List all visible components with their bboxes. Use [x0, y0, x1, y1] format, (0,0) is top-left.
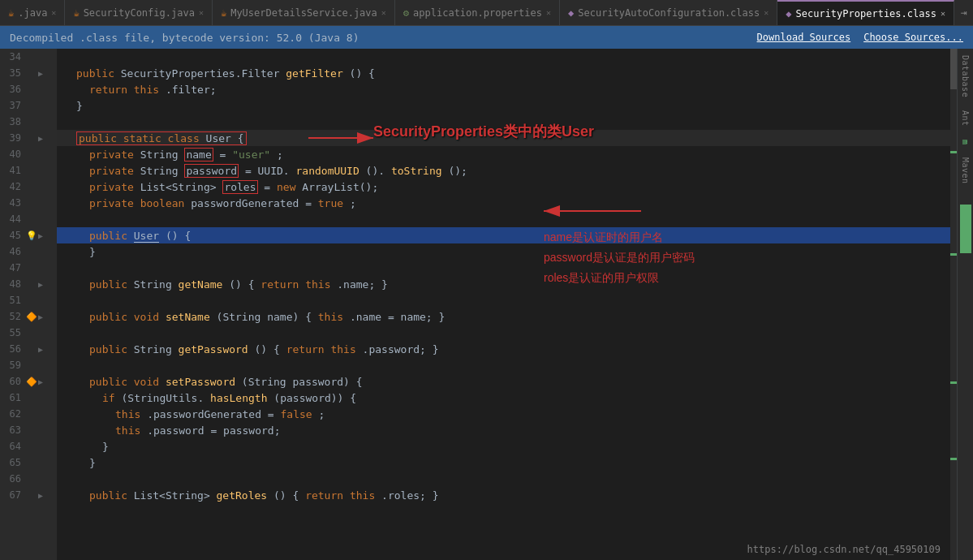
gutter-row-38: 38 [0, 114, 57, 130]
code-line-48: public String getName () { return this .… [57, 276, 957, 292]
info-message: Decompiled .class file, bytecode version… [10, 32, 359, 44]
gutter-row-64: 64 [0, 438, 57, 454]
code-line-60: public void setPassword (String password… [57, 373, 957, 390]
gutter-row-45: 45💡▶ [0, 227, 57, 243]
gutter-row-34: 34 [0, 49, 57, 65]
gutter-row-59: 59 [0, 357, 57, 373]
tab-myuserdetails[interactable]: ☕ MyUserDetailsService.java ✕ [213, 0, 395, 26]
code-line-64-content: } [63, 441, 109, 453]
gutter-row-48: 48▶ [0, 276, 57, 292]
gutter-row-40: 40 [0, 146, 57, 162]
code-line-42: private List<String> roles = new ArrayLi… [57, 179, 957, 195]
code-line-37: } [57, 97, 957, 114]
code-line-61-content: if (StringUtils. hasLength (password)) { [63, 392, 356, 404]
panel-database[interactable]: Database [961, 55, 970, 97]
code-content: public SecurityProperties.Filter getFilt… [57, 49, 957, 560]
code-line-52-content: public void setName (String name) { this… [63, 311, 445, 323]
gutter-row-66: 66 [0, 471, 57, 487]
gutter-row-60: 60🔶▶ [0, 373, 57, 390]
tab-securityconfig-label: SecurityConfig.java [84, 7, 195, 19]
gutter-row-65: 65 [0, 454, 57, 471]
gutter-row-52: 52🔶▶ [0, 308, 57, 325]
download-sources-link[interactable]: Download Sources [757, 32, 851, 43]
green-marker-2 [950, 253, 957, 256]
scrollbar-track[interactable] [950, 49, 957, 560]
gutter-row-47: 47 [0, 260, 57, 276]
gutter-row-39: 39▶ [0, 130, 57, 146]
code-line-48-content: public String getName () { return this .… [63, 278, 388, 291]
code-line-35: public SecurityProperties.Filter getFilt… [57, 65, 957, 81]
code-line-44 [57, 211, 957, 227]
code-line-45: public User () { [57, 227, 957, 243]
tab-java[interactable]: ☕ .java ✕ [0, 0, 65, 26]
code-line-59 [57, 357, 957, 373]
code-line-63-content: this .password = password; [63, 424, 281, 437]
code-line-36: return this .filter; [57, 81, 957, 97]
tab-secautoconfig-icon: ◆ [568, 7, 574, 19]
code-line-43-content: private boolean passwordGenerated = true… [63, 197, 356, 209]
code-line-61: if (StringUtils. hasLength (password)) { [57, 390, 957, 406]
code-line-45-content: public User () { [63, 230, 191, 242]
gutter-row-62: 62 [0, 406, 57, 422]
tab-myuserdetails-icon: ☕ [221, 7, 226, 19]
annotation-line3: roles是认证的用户权限 [544, 268, 695, 288]
code-line-42-content: private List<String> roles = new ArrayLi… [63, 181, 378, 193]
code-line-51 [57, 292, 957, 308]
gutter-row-67: 67▶ [0, 487, 57, 503]
code-line-62-content: this .passwordGenerated = false ; [63, 408, 325, 420]
tab-secprops-label: SecurityProperties.class [796, 8, 936, 19]
gutter-row-35: 35▶ [0, 65, 57, 81]
annotation-line1: name是认证时的用户名 [544, 227, 695, 248]
code-line-43: private boolean passwordGenerated = true… [57, 195, 957, 211]
main-window: ☕ .java ✕ ☕ SecurityConfig.java ✕ ☕ MyUs… [0, 0, 973, 560]
code-line-40-content: private String name = "user" ; [63, 149, 283, 161]
tab-overflow[interactable]: ⇥ [954, 6, 973, 19]
panel-m[interactable]: m [961, 140, 970, 144]
code-line-64: } [57, 438, 957, 454]
gutter-row-61: 61 [0, 390, 57, 406]
url-bar: https://blog.csdn.net/qq_45950109 [747, 544, 941, 555]
info-bar: Decompiled .class file, bytecode version… [0, 26, 973, 49]
code-line-46-content: } [63, 246, 96, 258]
tab-bar: ☕ .java ✕ ☕ SecurityConfig.java ✕ ☕ MyUs… [0, 0, 973, 26]
choose-sources-link[interactable]: Choose Sources... [863, 32, 963, 43]
tab-securityconfig[interactable]: ☕ SecurityConfig.java ✕ [65, 0, 213, 26]
tab-securityconfig-close[interactable]: ✕ [199, 8, 204, 17]
code-line-65-content: } [63, 457, 96, 469]
tab-appprops-close[interactable]: ✕ [546, 8, 551, 17]
green-marker-1 [950, 151, 957, 153]
code-line-63: this .password = password; [57, 422, 957, 438]
tab-secprops-close[interactable]: ✕ [941, 9, 945, 18]
tab-secprops[interactable]: ◆ SecurityProperties.class ✕ [777, 0, 954, 26]
tab-secprops-icon: ◆ [786, 8, 791, 19]
green-marker-3 [950, 381, 957, 384]
tab-secautoconfig-close[interactable]: ✕ [764, 8, 768, 17]
panel-ant[interactable]: Ant [961, 110, 970, 127]
code-line-37-content: } [63, 100, 83, 112]
code-line-56-content: public String getPassword () { return th… [63, 343, 439, 355]
code-line-41: private String password = UUID. randomUU… [57, 162, 957, 179]
tab-myuserdetails-close[interactable]: ✕ [381, 8, 386, 17]
code-area: 34 35▶ 36 37 38 39▶ 40 41 42 43 44 45💡▶ … [0, 49, 973, 560]
panel-maven[interactable]: Maven [961, 157, 970, 184]
gutter-row-51: 51 [0, 292, 57, 308]
green-marker-4 [950, 458, 957, 460]
annotation-text-1: SecurityProperties类中的类User [373, 122, 594, 141]
code-line-66 [57, 471, 957, 487]
tab-appprops[interactable]: ⚙ application.properties ✕ [395, 0, 560, 26]
tab-java-close[interactable]: ✕ [51, 8, 56, 17]
scrollbar-thumb[interactable] [950, 49, 957, 89]
code-line-67-content: public List<String> getRoles () { return… [63, 489, 439, 502]
left-gutter: 34 35▶ 36 37 38 39▶ 40 41 42 43 44 45💡▶ … [0, 49, 57, 560]
code-line-39-content: public static class User { [63, 132, 247, 144]
code-line-52: public void setName (String name) { this… [57, 308, 957, 325]
code-line-65: } [57, 454, 957, 471]
code-line-46: } [57, 243, 957, 260]
gutter-row-43: 43 [0, 195, 57, 211]
gutter-row-46: 46 [0, 243, 57, 260]
tab-myuserdetails-label: MyUserDetailsService.java [230, 7, 377, 19]
code-line-40: private String name = "user" ; [57, 146, 957, 162]
tab-secautoconfig[interactable]: ◆ SecurityAutoConfiguration.class ✕ [560, 0, 777, 26]
tab-appprops-label: application.properties [413, 7, 542, 19]
gutter-row-63: 63 [0, 422, 57, 438]
